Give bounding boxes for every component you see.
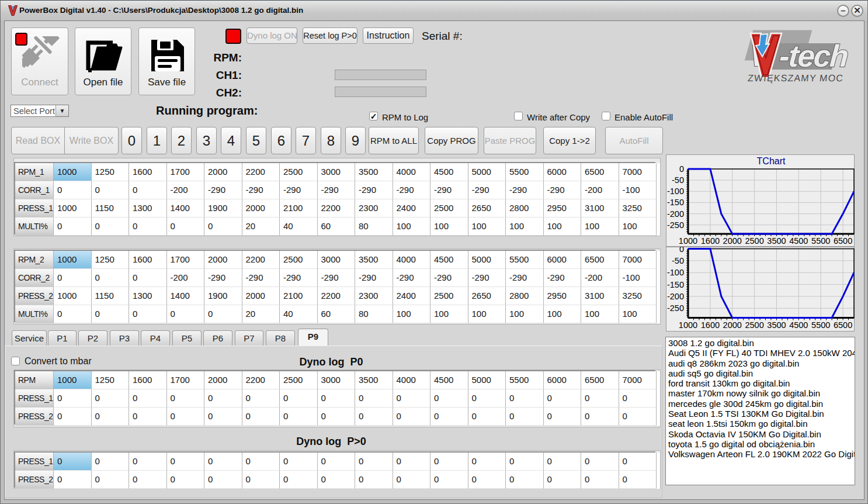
svg-text:3500: 3500: [767, 320, 786, 330]
svg-text:2500: 2500: [745, 320, 763, 330]
svg-text:4500: 4500: [789, 236, 808, 246]
svg-text:2000: 2000: [723, 320, 742, 330]
svg-text:-200: -200: [667, 209, 684, 219]
svg-text:2500: 2500: [745, 236, 763, 246]
svg-text:-250: -250: [667, 303, 684, 313]
svg-text:4500: 4500: [789, 320, 808, 330]
svg-text:1000: 1000: [679, 236, 697, 246]
svg-text:0: 0: [679, 164, 684, 174]
svg-text:-50: -50: [672, 175, 684, 185]
svg-text:1000: 1000: [679, 320, 697, 330]
svg-text:6500: 6500: [834, 236, 852, 246]
svg-text:5500: 5500: [811, 320, 830, 330]
svg-text:0: 0: [679, 247, 684, 254]
svg-text:-tech: -tech: [778, 39, 849, 73]
svg-text:1600: 1600: [701, 320, 720, 330]
svg-text:TChart: TChart: [757, 156, 786, 166]
svg-text:6500: 6500: [834, 320, 852, 330]
svg-text:-200: -200: [667, 292, 684, 301]
svg-text:-150: -150: [667, 280, 684, 289]
svg-text:5500: 5500: [811, 236, 830, 246]
svg-text:-250: -250: [667, 220, 684, 230]
svg-text:2000: 2000: [723, 236, 742, 246]
svg-text:3500: 3500: [767, 236, 786, 246]
svg-text:-100: -100: [667, 187, 684, 196]
svg-text:-50: -50: [672, 256, 684, 265]
svg-text:-100: -100: [667, 268, 684, 277]
svg-text:1600: 1600: [701, 236, 720, 246]
svg-text:-150: -150: [667, 198, 684, 207]
